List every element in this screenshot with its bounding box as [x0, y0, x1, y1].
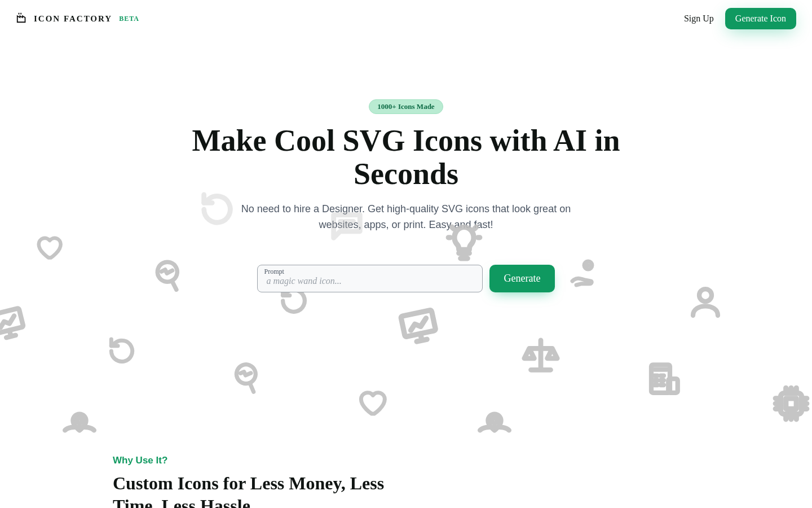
prompt-label: Prompt — [264, 268, 284, 276]
factory-icon — [16, 11, 28, 26]
calculator-icon — [645, 360, 682, 397]
svg-rect-0 — [0, 308, 23, 334]
brand[interactable]: ICON FACTORY BETA — [16, 11, 139, 26]
hero-subheadline: No need to hire a Designer. Get high-qua… — [231, 202, 581, 233]
svg-point-10 — [77, 418, 82, 423]
signup-link[interactable]: Sign Up — [684, 14, 714, 24]
svg-rect-7 — [668, 379, 678, 393]
prompt-input[interactable] — [266, 275, 474, 287]
scales-icon — [521, 335, 561, 375]
svg-point-11 — [492, 418, 497, 423]
prompt-row: Prompt Generate — [0, 265, 812, 292]
why-section: Why Use It? Custom Icons for Less Money,… — [107, 455, 705, 508]
why-eyebrow: Why Use It? — [113, 455, 699, 466]
svg-rect-8 — [781, 393, 802, 414]
refresh-icon — [106, 335, 138, 367]
magnifier-chart-icon — [225, 353, 270, 402]
brand-beta-badge: BETA — [119, 15, 139, 23]
svg-rect-3 — [401, 310, 436, 337]
presentation-icon — [394, 302, 444, 352]
why-headline: Custom Icons for Less Money, Less Time, … — [113, 472, 406, 508]
stats-badge: 1000+ Icons Made — [369, 99, 443, 114]
map-pin-icon — [475, 411, 514, 433]
svg-point-2 — [233, 362, 258, 387]
brand-name: ICON FACTORY — [34, 14, 112, 24]
heart-icon — [31, 232, 66, 261]
svg-rect-9 — [786, 398, 797, 409]
generate-icon-button[interactable]: Generate Icon — [725, 8, 796, 29]
heart-icon — [354, 386, 389, 418]
hero-headline: Make Cool SVG Icons with AI in Seconds — [192, 124, 620, 191]
hero: 1000+ Icons Made Make Cool SVG Icons wit… — [0, 37, 812, 432]
presentation-icon — [0, 301, 31, 347]
svg-rect-6 — [651, 365, 670, 393]
map-pin-icon — [60, 411, 99, 433]
generate-button[interactable]: Generate — [489, 265, 555, 292]
processor-icon — [770, 383, 812, 424]
top-bar: ICON FACTORY BETA Sign Up Generate Icon — [0, 0, 812, 37]
prompt-field[interactable]: Prompt — [257, 265, 483, 292]
header-nav: Sign Up Generate Icon — [684, 8, 796, 29]
